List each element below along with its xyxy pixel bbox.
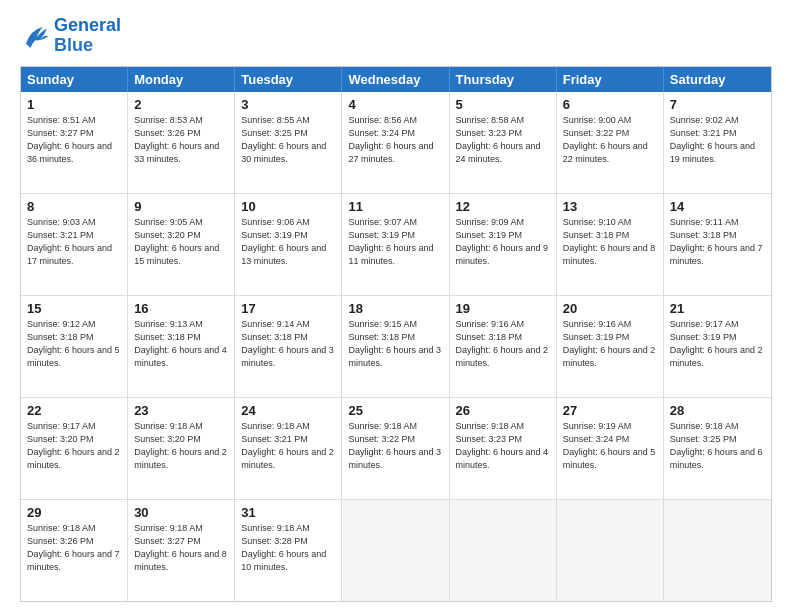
day-detail-28: Sunrise: 9:18 AMSunset: 3:25 PMDaylight:… (670, 421, 763, 469)
day-cell-18: 18 Sunrise: 9:15 AMSunset: 3:18 PMDaylig… (342, 296, 449, 397)
calendar-row-4: 22 Sunrise: 9:17 AMSunset: 3:20 PMDaylig… (21, 397, 771, 499)
day-number-21: 21 (670, 300, 765, 318)
header-tuesday: Tuesday (235, 67, 342, 92)
day-detail-23: Sunrise: 9:18 AMSunset: 3:20 PMDaylight:… (134, 421, 227, 469)
day-number-10: 10 (241, 198, 335, 216)
logo-general: General (54, 15, 121, 35)
day-cell-19: 19 Sunrise: 9:16 AMSunset: 3:18 PMDaylig… (450, 296, 557, 397)
day-cell-7: 7 Sunrise: 9:02 AMSunset: 3:21 PMDayligh… (664, 92, 771, 193)
day-cell-2: 2 Sunrise: 8:53 AMSunset: 3:26 PMDayligh… (128, 92, 235, 193)
logo-bird-icon (20, 22, 50, 50)
day-detail-24: Sunrise: 9:18 AMSunset: 3:21 PMDaylight:… (241, 421, 334, 469)
day-number-9: 9 (134, 198, 228, 216)
day-number-22: 22 (27, 402, 121, 420)
header-saturday: Saturday (664, 67, 771, 92)
page-header: GeneralBlue (20, 16, 772, 56)
day-cell-27: 27 Sunrise: 9:19 AMSunset: 3:24 PMDaylig… (557, 398, 664, 499)
day-cell-13: 13 Sunrise: 9:10 AMSunset: 3:18 PMDaylig… (557, 194, 664, 295)
day-cell-10: 10 Sunrise: 9:06 AMSunset: 3:19 PMDaylig… (235, 194, 342, 295)
day-detail-2: Sunrise: 8:53 AMSunset: 3:26 PMDaylight:… (134, 115, 219, 163)
day-cell-31: 31 Sunrise: 9:18 AMSunset: 3:28 PMDaylig… (235, 500, 342, 601)
header-monday: Monday (128, 67, 235, 92)
day-cell-14: 14 Sunrise: 9:11 AMSunset: 3:18 PMDaylig… (664, 194, 771, 295)
day-number-19: 19 (456, 300, 550, 318)
header-thursday: Thursday (450, 67, 557, 92)
day-number-7: 7 (670, 96, 765, 114)
day-number-18: 18 (348, 300, 442, 318)
header-friday: Friday (557, 67, 664, 92)
day-cell-22: 22 Sunrise: 9:17 AMSunset: 3:20 PMDaylig… (21, 398, 128, 499)
day-cell-16: 16 Sunrise: 9:13 AMSunset: 3:18 PMDaylig… (128, 296, 235, 397)
day-number-29: 29 (27, 504, 121, 522)
calendar-grid: Sunday Monday Tuesday Wednesday Thursday… (20, 66, 772, 602)
day-cell-4: 4 Sunrise: 8:56 AMSunset: 3:24 PMDayligh… (342, 92, 449, 193)
day-detail-27: Sunrise: 9:19 AMSunset: 3:24 PMDaylight:… (563, 421, 656, 469)
day-number-31: 31 (241, 504, 335, 522)
day-number-16: 16 (134, 300, 228, 318)
calendar-body: 1 Sunrise: 8:51 AMSunset: 3:27 PMDayligh… (21, 92, 771, 601)
day-cell-17: 17 Sunrise: 9:14 AMSunset: 3:18 PMDaylig… (235, 296, 342, 397)
day-number-25: 25 (348, 402, 442, 420)
day-number-3: 3 (241, 96, 335, 114)
day-cell-24: 24 Sunrise: 9:18 AMSunset: 3:21 PMDaylig… (235, 398, 342, 499)
day-detail-11: Sunrise: 9:07 AMSunset: 3:19 PMDaylight:… (348, 217, 433, 265)
day-number-20: 20 (563, 300, 657, 318)
empty-cell-r5-c4 (342, 500, 449, 601)
header-wednesday: Wednesday (342, 67, 449, 92)
day-cell-11: 11 Sunrise: 9:07 AMSunset: 3:19 PMDaylig… (342, 194, 449, 295)
day-number-26: 26 (456, 402, 550, 420)
empty-cell-r5-c6 (557, 500, 664, 601)
day-detail-7: Sunrise: 9:02 AMSunset: 3:21 PMDaylight:… (670, 115, 755, 163)
day-cell-20: 20 Sunrise: 9:16 AMSunset: 3:19 PMDaylig… (557, 296, 664, 397)
calendar-row-5: 29 Sunrise: 9:18 AMSunset: 3:26 PMDaylig… (21, 499, 771, 601)
day-number-11: 11 (348, 198, 442, 216)
day-number-17: 17 (241, 300, 335, 318)
day-cell-21: 21 Sunrise: 9:17 AMSunset: 3:19 PMDaylig… (664, 296, 771, 397)
day-cell-6: 6 Sunrise: 9:00 AMSunset: 3:22 PMDayligh… (557, 92, 664, 193)
day-cell-15: 15 Sunrise: 9:12 AMSunset: 3:18 PMDaylig… (21, 296, 128, 397)
day-detail-16: Sunrise: 9:13 AMSunset: 3:18 PMDaylight:… (134, 319, 227, 367)
empty-cell-r5-c5 (450, 500, 557, 601)
day-detail-29: Sunrise: 9:18 AMSunset: 3:26 PMDaylight:… (27, 523, 120, 571)
day-cell-29: 29 Sunrise: 9:18 AMSunset: 3:26 PMDaylig… (21, 500, 128, 601)
day-cell-12: 12 Sunrise: 9:09 AMSunset: 3:19 PMDaylig… (450, 194, 557, 295)
logo-blue: Blue (54, 35, 93, 55)
day-detail-14: Sunrise: 9:11 AMSunset: 3:18 PMDaylight:… (670, 217, 763, 265)
day-cell-25: 25 Sunrise: 9:18 AMSunset: 3:22 PMDaylig… (342, 398, 449, 499)
day-number-14: 14 (670, 198, 765, 216)
day-number-6: 6 (563, 96, 657, 114)
logo: GeneralBlue (20, 16, 121, 56)
day-detail-15: Sunrise: 9:12 AMSunset: 3:18 PMDaylight:… (27, 319, 120, 367)
day-number-12: 12 (456, 198, 550, 216)
day-cell-9: 9 Sunrise: 9:05 AMSunset: 3:20 PMDayligh… (128, 194, 235, 295)
day-number-23: 23 (134, 402, 228, 420)
day-detail-30: Sunrise: 9:18 AMSunset: 3:27 PMDaylight:… (134, 523, 227, 571)
day-detail-18: Sunrise: 9:15 AMSunset: 3:18 PMDaylight:… (348, 319, 441, 367)
day-cell-1: 1 Sunrise: 8:51 AMSunset: 3:27 PMDayligh… (21, 92, 128, 193)
day-number-15: 15 (27, 300, 121, 318)
calendar-row-2: 8 Sunrise: 9:03 AMSunset: 3:21 PMDayligh… (21, 193, 771, 295)
calendar-row-3: 15 Sunrise: 9:12 AMSunset: 3:18 PMDaylig… (21, 295, 771, 397)
day-detail-5: Sunrise: 8:58 AMSunset: 3:23 PMDaylight:… (456, 115, 541, 163)
day-detail-4: Sunrise: 8:56 AMSunset: 3:24 PMDaylight:… (348, 115, 433, 163)
day-detail-19: Sunrise: 9:16 AMSunset: 3:18 PMDaylight:… (456, 319, 549, 367)
logo-text: GeneralBlue (54, 16, 121, 56)
day-cell-3: 3 Sunrise: 8:55 AMSunset: 3:25 PMDayligh… (235, 92, 342, 193)
day-number-8: 8 (27, 198, 121, 216)
day-detail-17: Sunrise: 9:14 AMSunset: 3:18 PMDaylight:… (241, 319, 334, 367)
day-cell-8: 8 Sunrise: 9:03 AMSunset: 3:21 PMDayligh… (21, 194, 128, 295)
calendar-row-1: 1 Sunrise: 8:51 AMSunset: 3:27 PMDayligh… (21, 92, 771, 193)
day-number-5: 5 (456, 96, 550, 114)
day-detail-9: Sunrise: 9:05 AMSunset: 3:20 PMDaylight:… (134, 217, 219, 265)
day-cell-28: 28 Sunrise: 9:18 AMSunset: 3:25 PMDaylig… (664, 398, 771, 499)
day-detail-8: Sunrise: 9:03 AMSunset: 3:21 PMDaylight:… (27, 217, 112, 265)
calendar-header: Sunday Monday Tuesday Wednesday Thursday… (21, 67, 771, 92)
day-number-13: 13 (563, 198, 657, 216)
day-detail-3: Sunrise: 8:55 AMSunset: 3:25 PMDaylight:… (241, 115, 326, 163)
day-cell-30: 30 Sunrise: 9:18 AMSunset: 3:27 PMDaylig… (128, 500, 235, 601)
day-number-2: 2 (134, 96, 228, 114)
day-number-24: 24 (241, 402, 335, 420)
day-cell-5: 5 Sunrise: 8:58 AMSunset: 3:23 PMDayligh… (450, 92, 557, 193)
day-cell-26: 26 Sunrise: 9:18 AMSunset: 3:23 PMDaylig… (450, 398, 557, 499)
day-number-30: 30 (134, 504, 228, 522)
